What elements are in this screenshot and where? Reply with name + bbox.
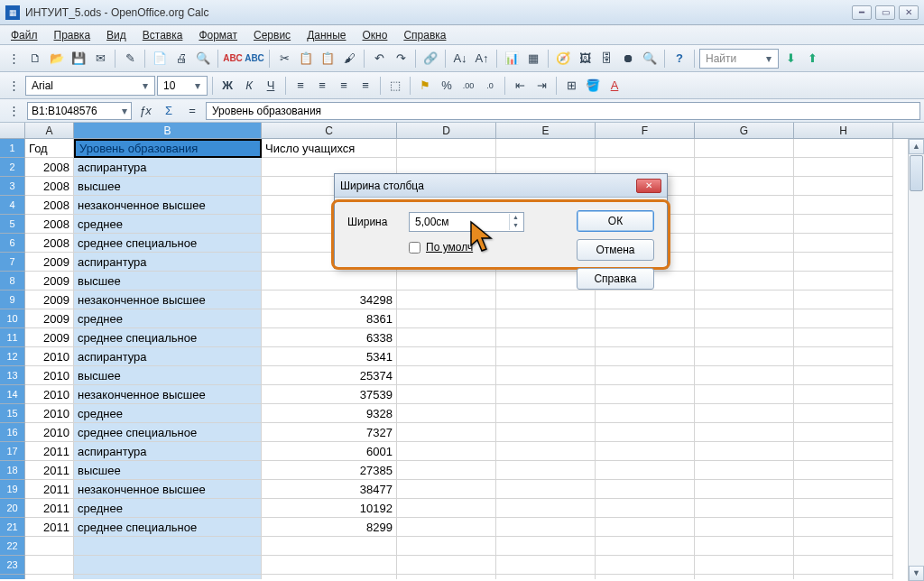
cell[interactable]: 2009 bbox=[25, 309, 74, 328]
cell[interactable]: 2009 bbox=[25, 272, 74, 290]
cell-reference-input[interactable]: B1:B1048576▾ bbox=[27, 102, 132, 120]
cell[interactable] bbox=[695, 215, 794, 234]
col-header-A[interactable]: A bbox=[25, 123, 74, 138]
cell[interactable]: среднее специальное bbox=[74, 423, 262, 442]
row-header[interactable]: 12 bbox=[0, 347, 25, 366]
cell[interactable] bbox=[596, 139, 695, 158]
cell[interactable] bbox=[794, 177, 893, 196]
cell[interactable] bbox=[596, 518, 695, 537]
cell[interactable]: 37539 bbox=[262, 385, 397, 404]
row-header[interactable]: 7 bbox=[0, 253, 25, 272]
cell[interactable] bbox=[496, 499, 596, 518]
cell[interactable]: незаконченное высшее bbox=[74, 290, 262, 309]
paste-button[interactable]: 📋 bbox=[318, 49, 337, 69]
select-all-corner[interactable] bbox=[0, 123, 25, 138]
menu-view[interactable]: Вид bbox=[99, 27, 134, 43]
export-pdf-button[interactable]: 📄 bbox=[150, 49, 170, 69]
row-header[interactable]: 4 bbox=[0, 196, 25, 215]
cancel-button[interactable]: Отмена bbox=[577, 239, 654, 261]
cell[interactable] bbox=[695, 575, 794, 579]
col-header-C[interactable]: C bbox=[262, 123, 397, 138]
align-center-button[interactable]: ≡ bbox=[312, 76, 332, 96]
autospell-button[interactable]: ABC bbox=[245, 49, 264, 69]
cell[interactable] bbox=[397, 290, 496, 309]
cell[interactable]: Уровень образования bbox=[74, 139, 262, 158]
cell[interactable] bbox=[25, 575, 74, 579]
cell[interactable] bbox=[794, 461, 893, 480]
col-header-H[interactable]: H bbox=[794, 123, 893, 138]
borders-button[interactable]: ⊞ bbox=[561, 76, 581, 96]
print-button[interactable]: 🖨 bbox=[171, 49, 191, 69]
font-name-combo[interactable]: Arial▾ bbox=[25, 76, 155, 96]
cell[interactable] bbox=[74, 537, 262, 556]
cell[interactable] bbox=[397, 385, 496, 404]
sort-asc-button[interactable]: A↓ bbox=[450, 49, 470, 69]
cell[interactable] bbox=[794, 366, 893, 385]
percent-button[interactable]: % bbox=[437, 76, 457, 96]
cell[interactable]: среднее bbox=[74, 309, 262, 328]
cell[interactable] bbox=[397, 461, 496, 480]
row-header[interactable]: 19 bbox=[0, 480, 25, 499]
cell[interactable] bbox=[496, 290, 596, 309]
cell[interactable] bbox=[596, 404, 695, 423]
cell[interactable] bbox=[496, 537, 596, 556]
cell[interactable] bbox=[397, 366, 496, 385]
align-left-button[interactable]: ≡ bbox=[291, 76, 310, 96]
cell[interactable] bbox=[496, 347, 596, 366]
currency-button[interactable]: ⚑ bbox=[415, 76, 435, 96]
show-grid-button[interactable]: ▦ bbox=[523, 49, 543, 69]
cell[interactable] bbox=[695, 196, 794, 215]
menu-window[interactable]: Окно bbox=[355, 27, 394, 43]
cell[interactable] bbox=[695, 461, 794, 480]
cell[interactable]: аспирантура bbox=[74, 347, 262, 366]
cell[interactable] bbox=[496, 556, 596, 575]
cell[interactable] bbox=[596, 328, 695, 347]
cell[interactable]: высшее bbox=[74, 461, 262, 480]
cell[interactable] bbox=[794, 537, 893, 556]
cell[interactable]: 10192 bbox=[262, 499, 397, 518]
cell[interactable]: 2011 bbox=[25, 518, 74, 537]
row-header[interactable]: 21 bbox=[0, 518, 25, 537]
scroll-thumb[interactable] bbox=[910, 155, 923, 191]
row-header[interactable]: 2 bbox=[0, 158, 25, 177]
cell[interactable] bbox=[794, 139, 893, 158]
cell[interactable]: 2009 bbox=[25, 328, 74, 347]
cell[interactable] bbox=[695, 290, 794, 309]
cell[interactable] bbox=[397, 518, 496, 537]
find-prev-button[interactable]: ⬆ bbox=[802, 49, 822, 69]
cell[interactable] bbox=[695, 556, 794, 575]
default-checkbox[interactable] bbox=[409, 242, 420, 254]
cell[interactable] bbox=[695, 272, 794, 290]
minimize-button[interactable]: ━ bbox=[852, 5, 872, 20]
row-header[interactable]: 1 bbox=[0, 139, 25, 158]
cell[interactable]: незаконченное высшее bbox=[74, 480, 262, 499]
cell[interactable] bbox=[397, 347, 496, 366]
cell[interactable] bbox=[794, 575, 893, 579]
col-header-G[interactable]: G bbox=[695, 123, 794, 138]
cell[interactable] bbox=[695, 177, 794, 196]
cell[interactable] bbox=[794, 347, 893, 366]
cell[interactable]: 8299 bbox=[262, 518, 397, 537]
cell[interactable]: 2008 bbox=[25, 158, 74, 177]
cell[interactable] bbox=[397, 139, 496, 158]
chart-button[interactable]: 📊 bbox=[502, 49, 522, 69]
cell[interactable] bbox=[496, 328, 596, 347]
spin-down-icon[interactable]: ▼ bbox=[509, 222, 522, 230]
cell[interactable] bbox=[74, 556, 262, 575]
cell[interactable]: среднее bbox=[74, 404, 262, 423]
cell[interactable] bbox=[794, 309, 893, 328]
zoom-button[interactable]: 🔍 bbox=[640, 49, 660, 69]
cell[interactable]: 2008 bbox=[25, 196, 74, 215]
cell[interactable] bbox=[794, 480, 893, 499]
cell[interactable]: высшее bbox=[74, 366, 262, 385]
cell[interactable]: 34298 bbox=[262, 290, 397, 309]
add-decimal-button[interactable]: .00 bbox=[458, 76, 478, 96]
cell[interactable]: высшее bbox=[74, 177, 262, 196]
cell[interactable] bbox=[794, 215, 893, 234]
redo-button[interactable]: ↷ bbox=[391, 49, 411, 69]
cell[interactable]: незаконченное высшее bbox=[74, 385, 262, 404]
sum-button[interactable]: Σ bbox=[159, 101, 179, 121]
cell[interactable] bbox=[695, 480, 794, 499]
cell[interactable] bbox=[397, 499, 496, 518]
row-header[interactable]: 16 bbox=[0, 423, 25, 442]
